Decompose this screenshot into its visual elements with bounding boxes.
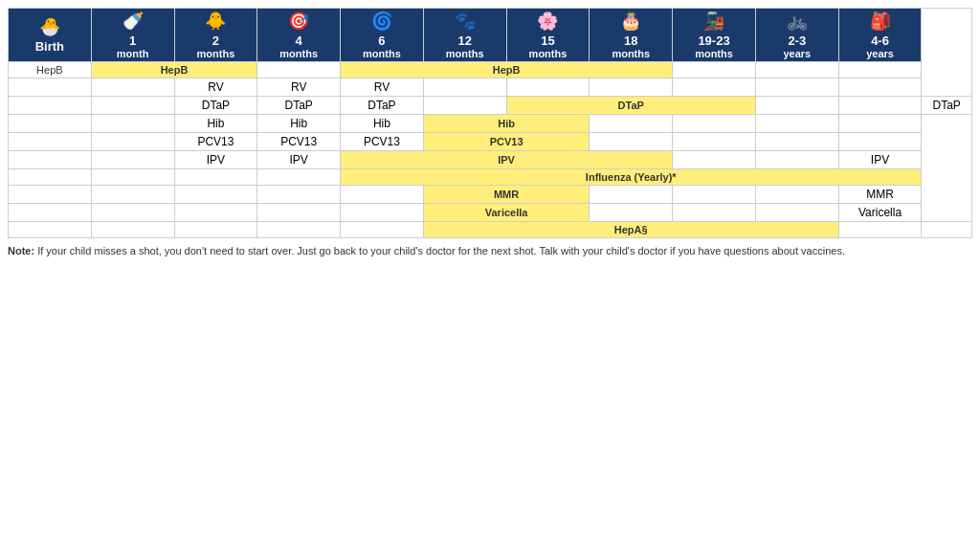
vaccine-schedule-table: 🐣 Birth 🍼 1 month 🐥 2 months 🎯 4 months … — [8, 8, 972, 238]
rv-cell-1 — [91, 78, 174, 97]
pcv13-cell-4-6 — [838, 133, 922, 151]
hib-cell-2: Hib — [174, 115, 257, 133]
hepb-cell-2-3 — [755, 62, 838, 78]
varicella-cell-6 — [341, 204, 424, 222]
hepb-cell-4 — [257, 62, 341, 78]
header-2-3years: 🚲 2-3 years — [755, 9, 838, 62]
ipv-cell-2-3 — [755, 151, 838, 169]
note-content: If your child misses a shot, you don't n… — [37, 245, 845, 256]
hib-cell-12-15: Hib — [423, 115, 590, 133]
18months-icon: 🎂 — [592, 11, 669, 32]
dtap-cell-2: DTaP — [174, 97, 257, 115]
hepa-cell-4-6 — [922, 222, 972, 238]
header-15months: 🌸 15 months — [506, 9, 590, 62]
hepb-cell-1-2: HepB — [91, 62, 257, 78]
dtap-cell-15-18: DTaP — [506, 97, 755, 115]
varicella-row: Varicella Varicella — [9, 204, 972, 222]
note-text: Note: If your child misses a shot, you d… — [8, 244, 972, 258]
hepa-cell-1 — [91, 222, 174, 238]
pcv13-cell-12-15: PCV13 — [423, 133, 590, 151]
note-bold: Note: — [8, 245, 34, 256]
varicella-cell-12-15: Varicella — [423, 204, 590, 222]
ipv-row: IPV IPV IPV IPV — [9, 151, 972, 169]
header-2months: 🐥 2 months — [174, 9, 257, 62]
influenza-label — [9, 169, 92, 186]
hib-label — [9, 115, 92, 133]
varicella-cell-19-23 — [673, 204, 756, 222]
hib-cell-6: Hib — [341, 115, 424, 133]
rv-cell-4-6 — [838, 78, 922, 97]
hepb-cell-6-18: HepB — [341, 62, 673, 78]
hepb-row: HepB HepB HepB — [9, 62, 972, 78]
dtap-cell-19-23 — [755, 97, 838, 115]
varicella-cell-2 — [174, 204, 257, 222]
hepa-cell-2 — [174, 222, 257, 238]
hepa-cell-4 — [257, 222, 341, 238]
2months-icon: 🐥 — [178, 11, 255, 32]
ipv-cell-19-23 — [673, 151, 756, 169]
rv-cell-2-3 — [755, 78, 838, 97]
mmr-cell-19-23 — [673, 186, 756, 204]
ipv-cell-4: IPV — [257, 151, 341, 169]
dtap-cell-2-3 — [838, 97, 922, 115]
mmr-cell-2 — [174, 186, 257, 204]
hib-cell-1 — [91, 115, 174, 133]
pcv13-cell-2: PCV13 — [174, 133, 257, 151]
rv-cell-2: RV — [174, 78, 257, 97]
header-12months: 🐾 12 months — [423, 9, 506, 62]
influenza-cell-2 — [174, 169, 257, 186]
rv-cell-19-23 — [673, 78, 756, 97]
4months-icon: 🎯 — [260, 11, 337, 32]
pcv13-cell-6: PCV13 — [341, 133, 424, 151]
mmr-row: MMR MMR — [9, 186, 972, 204]
ipv-label — [9, 151, 92, 169]
rv-row: RV RV RV — [9, 78, 972, 97]
varicella-cell-4 — [257, 204, 341, 222]
header-6months: 🌀 6 months — [341, 9, 424, 62]
rv-cell-15 — [506, 78, 590, 97]
ipv-cell-2: IPV — [174, 151, 257, 169]
mmr-label — [9, 186, 92, 204]
hepb-cell-4-6 — [838, 62, 922, 78]
influenza-cell-1 — [91, 169, 174, 186]
hepa-cell-6 — [341, 222, 424, 238]
hib-cell-4: Hib — [257, 115, 341, 133]
pcv13-cell-2-3 — [755, 133, 838, 151]
varicella-cell-18 — [590, 204, 673, 222]
influenza-row: Influenza (Yearly)* — [9, 169, 972, 186]
hib-cell-4-6 — [838, 115, 922, 133]
hepb-label: HepB — [9, 62, 92, 78]
varicella-cell-4-6: Varicella — [838, 204, 922, 222]
influenza-cell-4 — [257, 169, 341, 186]
hib-cell-18 — [590, 115, 673, 133]
header-4-6years: 🎒 4-6 years — [838, 9, 922, 62]
hepb-cell-19-23 — [673, 62, 756, 78]
varicella-label — [9, 204, 92, 222]
rv-cell-4: RV — [257, 78, 341, 97]
influenza-cell-6-46: Influenza (Yearly)* — [341, 169, 922, 186]
rv-cell-18 — [590, 78, 673, 97]
pcv13-label — [9, 133, 92, 151]
pcv13-cell-18 — [590, 133, 673, 151]
ipv-cell-4-6: IPV — [838, 151, 922, 169]
rv-cell-6: RV — [341, 78, 424, 97]
dtap-cell-12 — [423, 97, 506, 115]
varicella-cell-2-3 — [755, 204, 838, 222]
hib-row: Hib Hib Hib Hib — [9, 115, 972, 133]
1month-icon: 🍼 — [95, 11, 171, 32]
header-18months: 🎂 18 months — [590, 9, 673, 62]
pcv13-cell-4: PCV13 — [257, 133, 341, 151]
header-4months: 🎯 4 months — [257, 9, 341, 62]
header-birth: 🐣 Birth — [9, 9, 92, 62]
rv-label — [9, 78, 92, 97]
mmr-cell-4 — [257, 186, 341, 204]
6months-icon: 🌀 — [344, 11, 420, 32]
varicella-cell-1 — [91, 204, 174, 222]
ipv-cell-1 — [91, 151, 174, 169]
hib-cell-2-3 — [755, 115, 838, 133]
mmr-cell-1 — [91, 186, 174, 204]
hepa-cell-12-19-23: HepA§ — [423, 222, 838, 238]
mmr-cell-12-15: MMR — [423, 186, 590, 204]
hepa-cell-2-3 — [838, 222, 922, 238]
4-6years-icon: 🎒 — [842, 11, 919, 32]
